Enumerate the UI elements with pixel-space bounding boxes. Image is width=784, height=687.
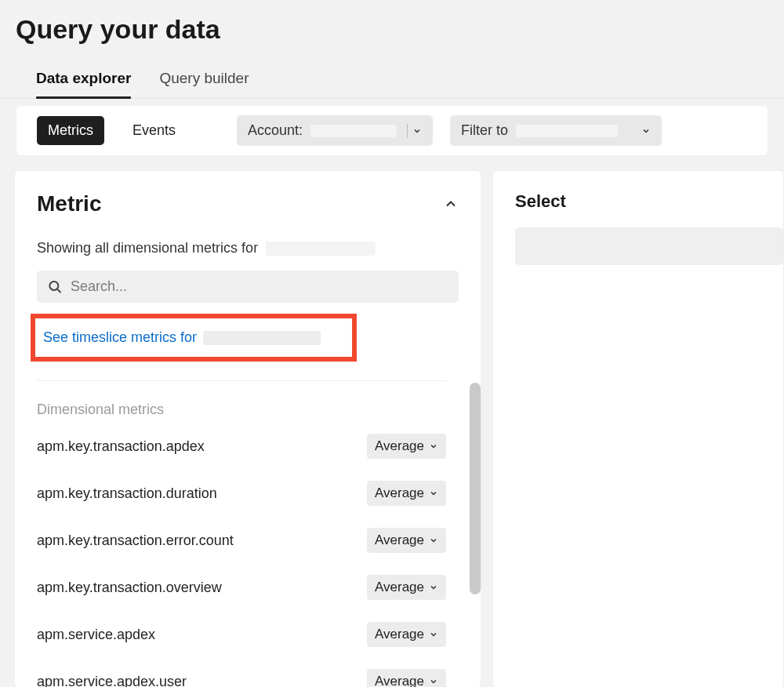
account-label: Account:: [248, 122, 303, 139]
svg-point-0: [49, 281, 58, 289]
account-redacted: [310, 125, 397, 137]
toolbar: Metrics Events Account: Filter to: [16, 105, 768, 156]
aggregation-dropdown[interactable]: Average: [367, 669, 446, 687]
metric-title: Metric: [37, 191, 101, 216]
tab-data-explorer[interactable]: Data explorer: [36, 64, 131, 98]
metric-panel: Metric Showing all dimensional metrics f…: [14, 170, 481, 687]
metrics-toggle[interactable]: Metrics: [37, 116, 104, 145]
svg-line-1: [57, 289, 60, 292]
filter-redacted: [516, 125, 618, 137]
chevron-down-icon: [412, 126, 422, 136]
aggregation-dropdown[interactable]: Average: [367, 575, 446, 600]
chevron-down-icon: [641, 126, 651, 136]
metric-name[interactable]: apm.key.transaction.overview: [37, 580, 222, 596]
events-toggle[interactable]: Events: [122, 116, 187, 145]
metric-row: apm.service.apdex Average: [37, 611, 446, 658]
timeslice-link[interactable]: See timeslice metrics for: [43, 329, 197, 346]
chevron-down-icon: [429, 583, 438, 592]
chevron-down-icon: [429, 630, 438, 639]
select-panel: Select: [492, 170, 784, 687]
chevron-down-icon: [429, 536, 438, 545]
timeslice-link-highlight: See timeslice metrics for: [31, 314, 357, 362]
metric-row: apm.key.transaction.apdex Average: [37, 423, 446, 470]
chevron-down-icon: [429, 489, 438, 498]
tabs: Data explorer Query builder: [0, 64, 784, 99]
select-placeholder[interactable]: [515, 227, 783, 265]
search-input-container[interactable]: [37, 271, 459, 303]
chevron-down-icon: [429, 677, 438, 686]
metric-row: apm.key.transaction.error.count Average: [37, 517, 446, 564]
aggregation-dropdown[interactable]: Average: [367, 528, 446, 553]
metric-list: apm.key.transaction.apdex Average apm.ke…: [15, 423, 481, 687]
scrollbar[interactable]: [470, 383, 481, 594]
aggregation-dropdown[interactable]: Average: [367, 622, 446, 647]
metric-row: apm.key.transaction.duration Average: [37, 470, 446, 517]
metric-name[interactable]: apm.service.apdex: [37, 627, 155, 643]
search-icon: [48, 279, 63, 295]
filter-dropdown[interactable]: Filter to: [450, 115, 662, 146]
timeslice-redacted: [203, 331, 321, 345]
page-title: Query your data: [0, 0, 784, 64]
select-title: Select: [515, 191, 783, 212]
metric-row: apm.service.apdex.user Average: [37, 658, 446, 687]
metric-name[interactable]: apm.key.transaction.duration: [37, 485, 217, 502]
search-input[interactable]: [71, 278, 448, 295]
aggregation-dropdown[interactable]: Average: [367, 434, 446, 459]
account-dropdown[interactable]: Account:: [237, 115, 433, 146]
showing-redacted: [266, 242, 376, 256]
section-label: Dimensional metrics: [15, 381, 481, 423]
aggregation-dropdown[interactable]: Average: [367, 481, 446, 506]
metric-name[interactable]: apm.key.transaction.error.count: [37, 533, 234, 549]
metric-row: apm.key.transaction.overview Average: [37, 564, 446, 611]
filter-label: Filter to: [461, 122, 508, 139]
showing-text: Showing all dimensional metrics for: [37, 240, 258, 256]
divider-bar: [407, 124, 408, 138]
tab-query-builder[interactable]: Query builder: [159, 64, 249, 98]
chevron-down-icon: [429, 442, 438, 451]
chevron-up-icon[interactable]: [443, 196, 459, 212]
metric-name[interactable]: apm.key.transaction.apdex: [37, 438, 205, 455]
metric-name[interactable]: apm.service.apdex.user: [37, 674, 187, 688]
